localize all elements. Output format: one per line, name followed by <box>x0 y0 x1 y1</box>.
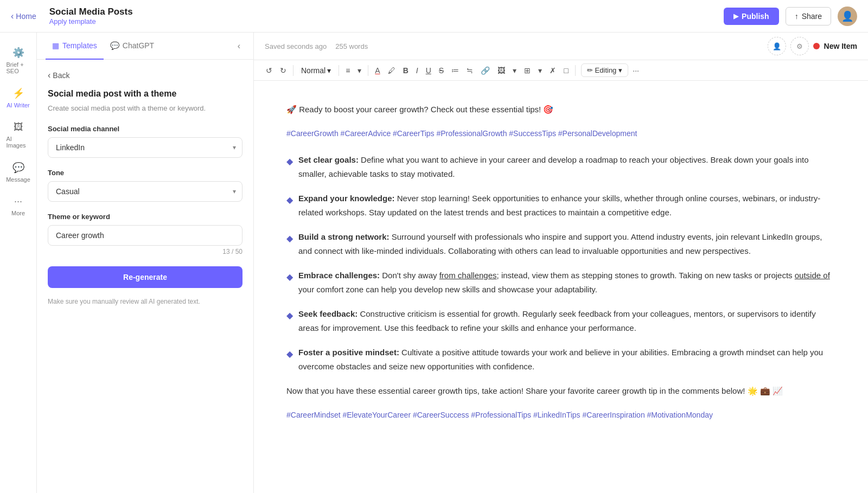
italic-button[interactable]: I <box>413 64 422 77</box>
redo-button[interactable]: ↻ <box>277 64 290 77</box>
back-link[interactable]: Back <box>48 71 242 80</box>
user-action-button[interactable]: 👤 <box>768 37 786 55</box>
collapse-panel-button[interactable]: ‹ <box>233 39 245 53</box>
intro-text: 🚀 Ready to boost your career growth? Che… <box>286 105 553 114</box>
outside-link[interactable]: outside of <box>795 271 830 280</box>
bold-button[interactable]: B <box>400 64 412 77</box>
tab-templates[interactable]: ▦ Templates <box>46 33 104 60</box>
saved-status: Saved seconds ago <box>265 42 327 50</box>
toolbar-separator-3 <box>368 65 368 76</box>
bullet-2-heading: Expand your knowledge: <box>298 194 395 203</box>
ordered-list-button[interactable]: ≒ <box>463 64 476 77</box>
table-button[interactable]: ⊞ <box>521 64 534 77</box>
tab-templates-label: Templates <box>62 41 97 50</box>
ai-images-icon: 🖼 <box>14 121 23 133</box>
align-dropdown-button[interactable]: ▾ <box>354 64 365 77</box>
undo-button[interactable]: ↺ <box>263 64 276 77</box>
bullet-1: ◆ Set clear goals: Define what you want … <box>286 153 835 181</box>
sidebar-item-message[interactable]: 💬 Message <box>2 156 35 188</box>
underline-button[interactable]: U <box>423 64 435 77</box>
challenges-link[interactable]: from challenges <box>439 271 497 280</box>
bullet-3: ◆ Build a strong network: Surround yours… <box>286 230 835 258</box>
bullet-diamond-1-icon: ◆ <box>286 154 293 169</box>
theme-input[interactable] <box>48 225 242 246</box>
editor-area: Saved seconds ago 255 words 👤 ⚙ New Item… <box>254 33 868 493</box>
social-media-channel-group: Social media channel LinkedIn Twitter Fa… <box>48 125 242 158</box>
nav-left: Home Social Media Posts Apply template <box>11 7 133 25</box>
bullet-diamond-2-icon: ◆ <box>286 193 293 207</box>
table-dropdown-button[interactable]: ▾ <box>535 64 545 77</box>
message-icon: 💬 <box>12 162 24 174</box>
editing-mode-dropdown-icon: ▾ <box>618 66 622 74</box>
bullet-5-heading: Seek feedback: <box>298 309 358 318</box>
sidebar-item-brief-seo[interactable]: ⚙️ Brief + SEO <box>2 41 35 80</box>
formula-button[interactable]: ✗ <box>546 64 559 77</box>
ai-writer-icon: ⚡ <box>12 87 24 99</box>
sidebar-label-ai-writer: AI Writer <box>7 102 30 108</box>
comment-button[interactable]: □ <box>560 64 571 77</box>
highlight-button[interactable]: 🖊 <box>385 64 399 77</box>
sidebar-item-more[interactable]: ··· More <box>2 190 35 222</box>
text-color-button[interactable]: A <box>372 64 383 77</box>
social-media-channel-wrapper: LinkedIn Twitter Facebook Instagram ▾ <box>48 137 242 158</box>
panel-tabs: ▦ Templates 💬 ChatGPT ‹ <box>37 33 253 60</box>
bullet-3-heading: Build a strong network: <box>298 232 390 241</box>
bullet-6-heading: Foster a positive mindset: <box>298 348 399 357</box>
image-button[interactable]: 🖼 <box>494 64 508 77</box>
bullet-5-body: Constructive criticism is essential for … <box>298 309 816 332</box>
editor-top-bar: Saved seconds ago 255 words 👤 ⚙ New Item <box>254 33 868 60</box>
status-dot <box>813 43 820 49</box>
settings-action-button[interactable]: ⚙ <box>790 37 809 55</box>
apply-template-link[interactable]: Apply template <box>49 17 133 25</box>
format-dropdown[interactable]: Normal ▾ <box>297 64 335 77</box>
panel-content: Back Social media post with a theme Crea… <box>37 60 253 493</box>
bullet-list-button[interactable]: ≔ <box>448 64 462 77</box>
bullet-2-text: Expand your knowledge: Never stop learni… <box>298 191 835 219</box>
more-toolbar-button[interactable]: ··· <box>629 64 642 77</box>
editing-mode-label: Editing <box>595 66 617 74</box>
link-button[interactable]: 🔗 <box>477 64 493 77</box>
strikethrough-button[interactable]: S <box>436 64 447 77</box>
template-desc: Create social media post with a theme or… <box>48 103 242 114</box>
brief-seo-icon: ⚙️ <box>12 47 24 59</box>
tone-select[interactable]: Casual Formal Friendly Professional <box>48 181 242 202</box>
editing-mode-button[interactable]: ✏ Editing ▾ <box>581 63 629 77</box>
footer-text: Now that you have these essential career… <box>286 384 835 398</box>
sidebar-label-message: Message <box>6 176 30 183</box>
align-button[interactable]: ≡ <box>342 64 353 77</box>
doc-content: 🚀 Ready to boost your career growth? Che… <box>254 81 868 493</box>
left-panel: ▦ Templates 💬 ChatGPT ‹ Back Social medi… <box>37 33 254 493</box>
sidebar-label-ai-images: AI Images <box>7 136 30 149</box>
sidebar-label-more: More <box>11 210 25 216</box>
avatar[interactable]: 👤 <box>838 7 857 26</box>
editor-actions: 👤 ⚙ New Item <box>768 37 857 55</box>
tab-chatgpt[interactable]: 💬 ChatGPT <box>104 33 161 60</box>
regenerate-button[interactable]: Re-generate <box>48 266 242 288</box>
pencil-icon: ✏ <box>587 66 593 74</box>
new-item-button[interactable]: New Item <box>824 42 857 50</box>
ai-notice: Make sure you manually review all AI gen… <box>48 297 242 306</box>
share-button[interactable]: Share <box>786 7 831 25</box>
sidebar-item-ai-writer[interactable]: ⚡ AI Writer <box>2 82 35 114</box>
bullet-1-text: Set clear goals: Define what you want to… <box>298 153 835 181</box>
bullet-diamond-3-icon: ◆ <box>286 231 293 246</box>
theme-group: Theme or keyword 13 / 50 <box>48 213 242 255</box>
sidebar-item-ai-images[interactable]: 🖼 AI Images <box>2 116 35 154</box>
icon-sidebar: ⚙️ Brief + SEO ⚡ AI Writer 🖼 AI Images 💬… <box>0 33 37 493</box>
tone-wrapper: Casual Formal Friendly Professional ▾ <box>48 181 242 202</box>
main-layout: ⚙️ Brief + SEO ⚡ AI Writer 🖼 AI Images 💬… <box>0 33 868 493</box>
bullet-6: ◆ Foster a positive mindset: Cultivate a… <box>286 345 835 373</box>
toolbar: ↺ ↻ Normal ▾ ≡ ▾ A 🖊 B I U S ≔ ≒ 🔗 🖼 ▾ ⊞… <box>254 60 868 81</box>
theme-label: Theme or keyword <box>48 213 242 221</box>
image-dropdown-button[interactable]: ▾ <box>509 64 520 77</box>
template-title: Social media post with a theme <box>48 89 242 99</box>
bullet-diamond-5-icon: ◆ <box>286 308 293 323</box>
intro-paragraph: 🚀 Ready to boost your career growth? Che… <box>286 103 835 117</box>
social-media-channel-select[interactable]: LinkedIn Twitter Facebook Instagram <box>48 137 242 158</box>
bullet-6-text: Foster a positive mindset: Cultivate a p… <box>298 345 835 373</box>
char-count: 13 / 50 <box>48 248 242 255</box>
bullet-1-heading: Set clear goals: <box>298 155 359 164</box>
toolbar-separator-1 <box>293 65 293 76</box>
publish-button[interactable]: Publish <box>724 8 779 25</box>
home-link[interactable]: Home <box>11 11 36 21</box>
